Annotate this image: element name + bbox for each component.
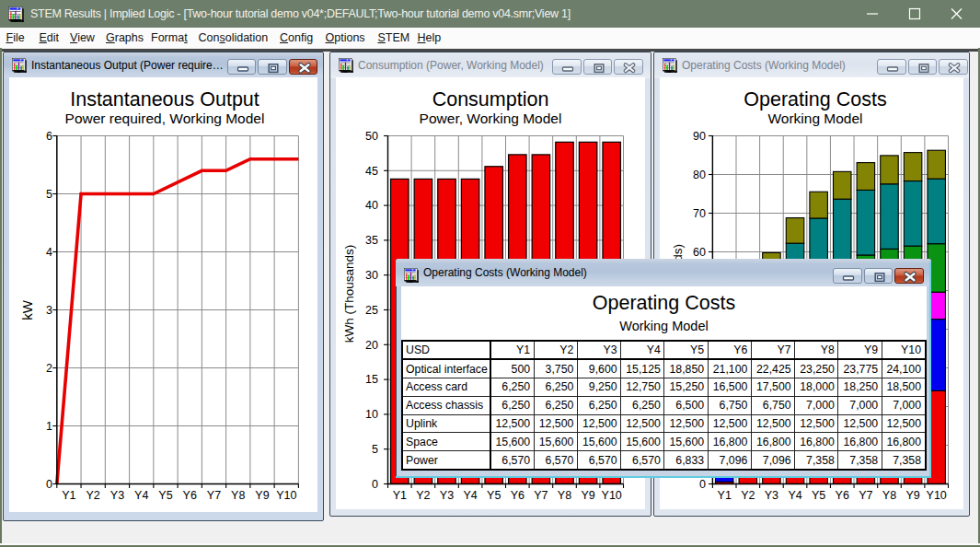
svg-text:Y10: Y10: [602, 489, 622, 502]
svg-text:Y5: Y5: [812, 489, 825, 502]
svg-text:Y2: Y2: [86, 489, 100, 502]
svg-text:4: 4: [46, 246, 52, 259]
svg-text:3: 3: [46, 304, 52, 317]
svg-text:Y6: Y6: [511, 489, 525, 502]
svg-text:Y5: Y5: [487, 489, 501, 502]
svg-text:Operating Costs: Operating Costs: [744, 88, 886, 111]
svg-text:Y1: Y1: [718, 489, 732, 502]
svg-text:Y8: Y8: [558, 489, 571, 502]
svg-text:Y3: Y3: [110, 489, 124, 502]
svg-text:0: 0: [699, 478, 706, 491]
svg-text:Y9: Y9: [905, 489, 919, 502]
svg-text:Power, Working Model: Power, Working Model: [420, 111, 562, 126]
svg-text:Y7: Y7: [207, 489, 221, 502]
svg-text:25: 25: [365, 304, 378, 317]
svg-text:70: 70: [693, 207, 706, 220]
svg-text:Y8: Y8: [231, 489, 245, 502]
svg-text:20: 20: [365, 339, 378, 352]
svg-text:Y5: Y5: [158, 489, 172, 502]
svg-text:Y9: Y9: [581, 489, 594, 502]
svg-text:kW: kW: [19, 299, 35, 320]
svg-text:Y4: Y4: [134, 489, 148, 502]
svg-text:Y2: Y2: [741, 489, 755, 502]
svg-text:2: 2: [46, 362, 52, 375]
svg-text:60: 60: [693, 246, 706, 259]
svg-text:5: 5: [372, 443, 378, 456]
svg-text:50: 50: [365, 130, 378, 143]
svg-text:Y7: Y7: [859, 489, 872, 502]
svg-text:80: 80: [693, 169, 706, 181]
svg-text:90: 90: [693, 130, 706, 143]
svg-text:5: 5: [46, 188, 52, 201]
svg-text:Power required, Working Model: Power required, Working Model: [65, 111, 265, 126]
svg-text:1: 1: [46, 420, 52, 433]
svg-text:15: 15: [365, 373, 378, 386]
svg-text:Y4: Y4: [463, 489, 477, 502]
svg-text:Y10: Y10: [927, 489, 947, 502]
svg-text:Y2: Y2: [416, 489, 430, 502]
svg-text:Working Model: Working Model: [767, 111, 862, 126]
svg-text:Y1: Y1: [62, 489, 75, 502]
svg-text:6: 6: [46, 130, 52, 143]
svg-text:Y1: Y1: [393, 489, 407, 502]
svg-text:10: 10: [365, 408, 378, 421]
svg-text:kWh (Thousands): kWh (Thousands): [342, 245, 356, 343]
svg-text:0: 0: [372, 478, 378, 491]
svg-text:40: 40: [365, 199, 378, 212]
svg-text:Instantaneous Output: Instantaneous Output: [70, 88, 259, 111]
svg-text:35: 35: [365, 234, 378, 247]
svg-text:45: 45: [365, 165, 378, 178]
svg-text:Y6: Y6: [183, 489, 197, 502]
svg-text:Y9: Y9: [255, 489, 269, 502]
svg-text:30: 30: [365, 269, 378, 282]
svg-text:Y10: Y10: [276, 489, 296, 502]
svg-text:0: 0: [46, 478, 52, 491]
svg-text:Y6: Y6: [836, 489, 849, 502]
svg-text:Y7: Y7: [534, 489, 548, 502]
svg-text:Y3: Y3: [765, 489, 778, 502]
svg-text:Y3: Y3: [440, 489, 454, 502]
svg-text:Y4: Y4: [788, 489, 801, 502]
svg-text:Consumption: Consumption: [432, 88, 549, 111]
svg-text:Y8: Y8: [882, 489, 896, 502]
